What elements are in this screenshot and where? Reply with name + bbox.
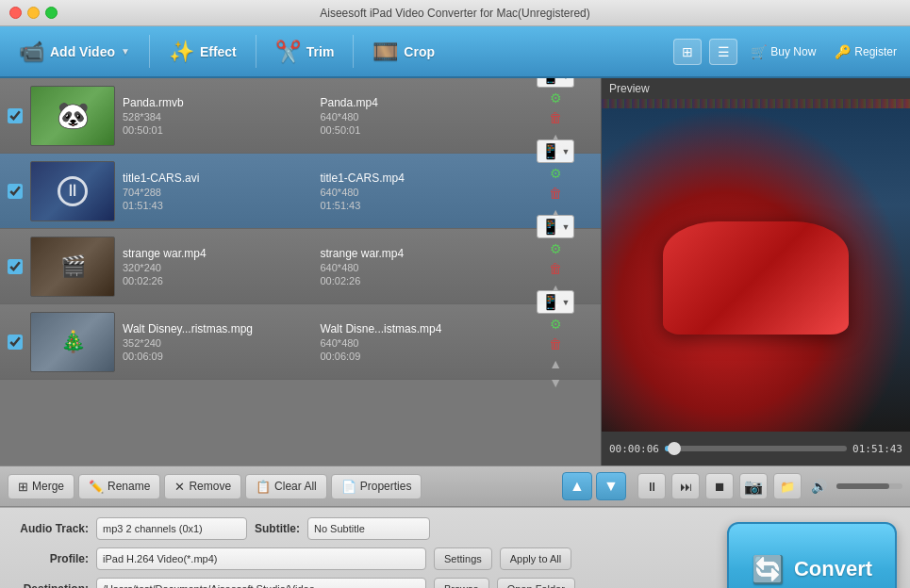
title-bar: Aiseesoft iPad Video Converter for Mac(U…: [0, 0, 910, 26]
file-output-dims-4: 640*480: [321, 337, 511, 349]
file-output-name-4: Walt Disne...istmas.mp4: [321, 322, 511, 335]
file-name-4: Walt Disney...ristmas.mpg: [123, 322, 313, 335]
audio-track-select[interactable]: mp3 2 channels (0x1): [96, 517, 247, 540]
trim-button[interactable]: ✂️ Trim: [264, 34, 346, 70]
clear-icon: 📋: [256, 480, 271, 494]
minimize-button[interactable]: [27, 7, 40, 19]
folder-button[interactable]: 📁: [773, 473, 802, 499]
device-selector-2[interactable]: 📱 ▼: [537, 139, 575, 163]
file-output-dims-1: 640*480: [321, 111, 511, 122]
file-checkbox-1[interactable]: [8, 108, 23, 123]
volume-slider[interactable]: [836, 483, 902, 489]
next-frame-button[interactable]: ⏭: [671, 473, 700, 499]
add-video-dropdown-arrow[interactable]: ▼: [121, 46, 130, 57]
file-duration-3: 00:02:26: [123, 275, 313, 286]
list-view-button[interactable]: ☰: [709, 39, 737, 65]
ipad-icon-4: 📱: [541, 293, 560, 311]
file-checkbox-4[interactable]: [8, 335, 23, 350]
crop-button[interactable]: 🎞️ Crop: [361, 34, 446, 70]
device-selector-4[interactable]: 📱 ▼: [537, 290, 575, 314]
file-name-2: title1-CARS.avi: [123, 172, 313, 185]
maximize-button[interactable]: [45, 7, 58, 19]
open-folder-button[interactable]: Open Folder: [497, 578, 575, 588]
settings-icon-4[interactable]: ⚙: [550, 316, 562, 335]
screenshot-button[interactable]: 📷: [739, 473, 768, 499]
delete-icon-4[interactable]: 🗑: [549, 335, 562, 354]
subtitle-select[interactable]: No Subtitle: [307, 517, 430, 540]
file-output-name-1: Panda.mp4: [321, 96, 511, 109]
ipad-icon-2: 📱: [541, 142, 560, 160]
remove-label: Remove: [189, 480, 231, 493]
apply-to-all-button[interactable]: Apply to All: [500, 547, 571, 570]
rename-label: Rename: [108, 480, 150, 493]
file-output-1: Panda.mp4 640*480 00:50:01: [321, 96, 511, 136]
file-checkbox-2[interactable]: [8, 184, 23, 199]
pause-button[interactable]: ⏸: [637, 473, 666, 499]
buy-now-button[interactable]: 🛒 Buy Now: [745, 41, 821, 63]
seek-bar[interactable]: [665, 446, 847, 451]
delete-icon-1[interactable]: 🗑: [549, 109, 562, 128]
settings-icon-1[interactable]: ⚙: [550, 90, 562, 108]
convert-button[interactable]: 🔄 Convert: [727, 522, 897, 588]
effect-button[interactable]: ✨ Effect: [157, 34, 248, 70]
file-output-dims-3: 640*480: [321, 262, 511, 273]
down-icon-4[interactable]: ▼: [549, 374, 562, 393]
browse-button[interactable]: Browse: [434, 578, 489, 588]
volume-fill: [836, 483, 889, 489]
preview-label: Preview: [602, 78, 910, 99]
preview-panel: Preview 00:00:06 01:51:43: [602, 78, 910, 466]
properties-button[interactable]: 📄 Properties: [331, 474, 422, 499]
file-thumbnail-4: 🎄: [30, 312, 115, 372]
add-video-button[interactable]: 📹 Add Video ▼: [8, 34, 141, 70]
file-duration-4: 00:06:09: [123, 351, 313, 362]
file-output-name-2: title1-CARS.mp4: [321, 172, 511, 185]
file-checkbox-3[interactable]: [8, 259, 23, 274]
merge-label: Merge: [32, 480, 64, 493]
move-down-button[interactable]: ▼: [596, 472, 626, 500]
grid-view-button[interactable]: ⊞: [673, 39, 702, 65]
add-video-icon: 📹: [19, 40, 44, 64]
close-button[interactable]: [9, 7, 22, 19]
device-selector-1[interactable]: 📱 ▼: [537, 78, 575, 88]
file-dims-2: 704*288: [123, 187, 313, 198]
move-buttons: ▲ ▼: [562, 472, 626, 500]
settings-icon-2[interactable]: ⚙: [550, 165, 562, 184]
list-item: ⏸ title1-CARS.avi 704*288 01:51:43 title…: [0, 154, 601, 229]
profile-select[interactable]: iPad H.264 Video(*.mp4): [96, 547, 426, 570]
file-output-dims-2: 640*480: [321, 187, 511, 198]
register-button[interactable]: 🔑 Register: [829, 41, 902, 63]
progress-thumb: [668, 442, 681, 455]
merge-button[interactable]: ⊞ Merge: [8, 474, 74, 499]
list-item: 🐼 Panda.rmvb 528*384 00:50:01 Panda.mp4 …: [0, 78, 601, 154]
bottom-bar: ⊞ Merge ✏️ Rename ✕ Remove 📋 Clear All 📄…: [0, 466, 910, 507]
properties-icon: 📄: [341, 480, 356, 494]
remove-icon: ✕: [174, 480, 185, 494]
subtitle-select-wrapper: No Subtitle: [307, 517, 430, 540]
delete-icon-2[interactable]: 🗑: [549, 185, 562, 204]
effect-icon: ✨: [169, 40, 194, 64]
stop-button[interactable]: ⏹: [705, 473, 734, 499]
destination-input[interactable]: [96, 578, 426, 588]
settings-area: Audio Track: mp3 2 channels (0x1) Subtit…: [0, 507, 910, 588]
preview-video: [602, 99, 910, 432]
register-label: Register: [854, 45, 897, 58]
preview-controls: 00:00:06 01:51:43: [602, 432, 910, 466]
file-thumbnail-2: ⏸: [30, 161, 115, 221]
file-info-1: Panda.rmvb 528*384 00:50:01: [123, 96, 313, 136]
remove-button[interactable]: ✕ Remove: [164, 474, 241, 499]
delete-icon-3[interactable]: 🗑: [549, 260, 562, 279]
settings-button[interactable]: Settings: [434, 547, 492, 570]
dropdown-arrow-1: ▼: [562, 78, 571, 81]
rename-button[interactable]: ✏️ Rename: [78, 474, 160, 499]
move-up-button[interactable]: ▲: [562, 472, 592, 500]
up-icon-4[interactable]: ▲: [549, 355, 562, 374]
file-info-3: strange war.mp4 320*240 00:02:26: [123, 247, 313, 286]
destination-label: Destination:: [13, 582, 89, 588]
list-item: 🎄 Walt Disney...ristmas.mpg 352*240 00:0…: [0, 304, 601, 380]
playback-controls: ⏸ ⏭ ⏹ 📷 📁 🔊: [637, 473, 902, 499]
file-name-3: strange war.mp4: [123, 247, 313, 260]
device-selector-3[interactable]: 📱 ▼: [537, 215, 575, 238]
clear-all-label: Clear All: [274, 480, 317, 493]
settings-icon-3[interactable]: ⚙: [550, 240, 562, 259]
clear-all-button[interactable]: 📋 Clear All: [245, 474, 327, 499]
